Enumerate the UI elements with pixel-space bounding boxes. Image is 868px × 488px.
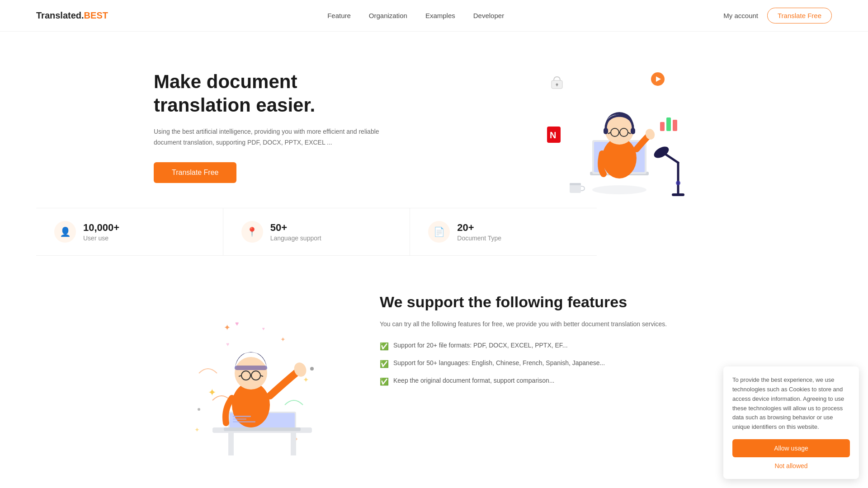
svg-rect-17	[631, 128, 635, 134]
stats-section: 👤 10,000+ User use 📍 50+ Language suppor…	[36, 208, 597, 256]
svg-text:✦: ✦	[194, 426, 200, 433]
languages-icon: 📍	[241, 221, 263, 243]
stat-doctypes-info: 20+ Document Type	[457, 222, 501, 242]
svg-text:N: N	[550, 130, 556, 140]
feature-text-1: Support for 20+ file formats: PDF, DOCX,…	[393, 341, 568, 350]
svg-rect-8	[666, 117, 671, 131]
stat-languages: 📍 50+ Language support	[223, 208, 410, 255]
stat-doctypes: 📄 20+ Document Type	[410, 208, 597, 255]
svg-rect-7	[660, 122, 665, 131]
svg-text:✦: ✦	[208, 387, 216, 398]
navbar: Translated.BEST Feature Organization Exa…	[0, 0, 868, 32]
features-illustration: ✦ ✦ ✦ ✦ ✦ ✦ ♥ ♥ ♥	[154, 292, 344, 465]
svg-rect-44	[228, 433, 234, 455]
languages-label: Language support	[270, 235, 321, 242]
features-subtitle: You can try all the following features f…	[380, 319, 714, 330]
hero-svg: N	[524, 63, 714, 199]
stat-users-info: 10,000+ User use	[83, 222, 119, 242]
svg-rect-27	[672, 193, 684, 196]
svg-point-10	[592, 185, 646, 194]
doctypes-number: 20+	[457, 222, 501, 234]
languages-number: 50+	[270, 222, 321, 234]
users-label: User use	[83, 235, 119, 242]
cookie-banner: To provide the best experience, we use t…	[723, 366, 859, 479]
svg-point-41	[310, 367, 314, 371]
feature-list: ✅ Support for 20+ file formats: PDF, DOC…	[380, 341, 714, 387]
svg-rect-61	[233, 421, 255, 422]
svg-text:✦: ✦	[303, 376, 309, 384]
nav-examples[interactable]: Examples	[425, 12, 455, 19]
nav-right: My account Translate Free	[723, 8, 832, 23]
svg-point-58	[298, 363, 302, 367]
hero-subtitle: Using the best artificial intelligence, …	[154, 127, 389, 148]
svg-point-26	[652, 144, 670, 160]
svg-rect-9	[673, 120, 677, 131]
svg-rect-45	[291, 433, 296, 455]
cookie-text: To provide the best experience, we use t…	[732, 375, 850, 432]
nav-feature[interactable]: Feature	[327, 12, 351, 19]
feature-item-3: ✅ Keep the original document format, sup…	[380, 376, 714, 387]
svg-text:♥: ♥	[235, 320, 239, 327]
feature-item-2: ✅ Support for 50+ languages: English, Ch…	[380, 358, 714, 370]
svg-rect-16	[604, 128, 608, 134]
svg-text:♥: ♥	[226, 341, 229, 347]
svg-text:✦: ✦	[280, 336, 286, 343]
nav-organization[interactable]: Organization	[369, 12, 407, 19]
not-allowed-button[interactable]: Not allowed	[732, 462, 850, 469]
feature-item-1: ✅ Support for 20+ file formats: PDF, DOC…	[380, 341, 714, 352]
logo[interactable]: Translated.BEST	[36, 10, 108, 21]
stat-languages-info: 50+ Language support	[270, 222, 321, 242]
svg-rect-30	[570, 183, 581, 185]
svg-point-28	[676, 181, 680, 185]
allow-usage-button[interactable]: Allow usage	[732, 439, 850, 457]
hero-illustration: N	[524, 63, 714, 190]
svg-rect-60	[233, 418, 246, 420]
features-content: We support the following features You ca…	[380, 292, 714, 387]
stat-users: 👤 10,000+ User use	[36, 208, 223, 255]
hero-translate-free-button[interactable]: Translate Free	[154, 162, 236, 183]
svg-rect-59	[233, 416, 251, 417]
logo-text: Translated.	[36, 10, 84, 21]
doctypes-icon: 📄	[428, 221, 450, 243]
nav-developer[interactable]: Developer	[473, 12, 504, 19]
hero-title: Make document translation easier.	[154, 70, 389, 117]
doctypes-label: Document Type	[457, 235, 501, 242]
my-account-link[interactable]: My account	[723, 12, 758, 19]
svg-rect-51	[235, 366, 267, 370]
features-svg: ✦ ✦ ✦ ✦ ✦ ✦ ♥ ♥ ♥	[154, 292, 344, 464]
feature-text-2: Support for 50+ languages: English, Chin…	[393, 358, 605, 368]
logo-accent: BEST	[84, 10, 108, 21]
feature-text-3: Keep the original document format, suppo…	[393, 376, 554, 385]
svg-rect-48	[224, 427, 301, 431]
svg-point-50	[235, 357, 267, 389]
features-section: ✦ ✦ ✦ ✦ ✦ ✦ ♥ ♥ ♥	[118, 283, 750, 488]
svg-text:♥: ♥	[262, 326, 265, 331]
features-title: We support the following features	[380, 292, 714, 312]
check-icon-3: ✅	[380, 376, 389, 387]
hero-text: Make document translation easier. Using …	[154, 70, 389, 183]
nav-links: Feature Organization Examples Developer	[327, 12, 504, 19]
users-icon: 👤	[54, 221, 76, 243]
hero-section: Make document translation easier. Using …	[118, 32, 750, 208]
svg-text:✦: ✦	[224, 323, 231, 332]
svg-point-42	[198, 408, 200, 411]
check-icon-2: ✅	[380, 359, 389, 370]
users-number: 10,000+	[83, 222, 119, 234]
svg-line-25	[665, 154, 678, 163]
nav-translate-free-button[interactable]: Translate Free	[767, 8, 832, 23]
check-icon-1: ✅	[380, 341, 389, 352]
